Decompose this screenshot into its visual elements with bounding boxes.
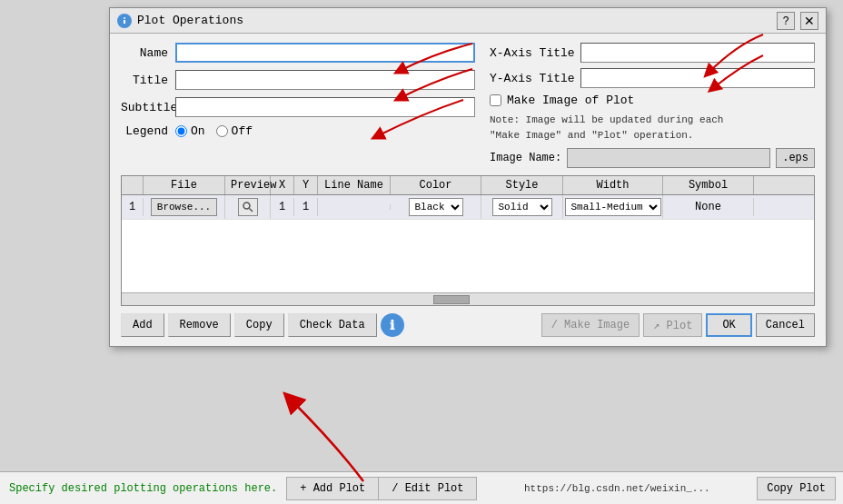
cell-linename xyxy=(318,204,391,210)
search-icon xyxy=(242,201,254,213)
bottom-action-buttons: + Add Plot / Edit Plot xyxy=(286,477,477,500)
col-header-file: File xyxy=(144,176,225,194)
x-axis-row: X-Axis Title xyxy=(490,43,815,63)
close-button[interactable]: ✕ xyxy=(800,12,818,30)
name-label: Name xyxy=(121,46,175,60)
x-axis-input[interactable] xyxy=(580,43,815,63)
col-header-preview: Preview xyxy=(225,176,271,194)
dialog-icon xyxy=(117,14,132,28)
width-select[interactable]: Small-Medium Small Medium Large xyxy=(565,198,661,216)
col-header-color: Color xyxy=(391,176,481,194)
legend-label: Legend xyxy=(121,124,175,138)
cell-style: Solid Dashed Dotted xyxy=(481,195,563,219)
make-image-checkbox[interactable] xyxy=(490,94,501,106)
svg-rect-2 xyxy=(124,20,125,24)
eps-button[interactable]: .eps xyxy=(776,148,815,168)
make-image-button[interactable]: / Make Image xyxy=(541,313,640,337)
table-empty-space xyxy=(122,220,814,292)
subtitle-row: Subtitle xyxy=(121,97,475,117)
copy-plot-button[interactable]: Copy Plot xyxy=(757,477,836,500)
make-image-label: Make Image of Plot xyxy=(507,94,634,107)
y-axis-row: Y-Axis Title xyxy=(490,68,815,88)
col-header-y: Y xyxy=(294,176,318,194)
style-select[interactable]: Solid Dashed Dotted xyxy=(492,198,552,216)
legend-off-radio[interactable] xyxy=(216,125,228,137)
y-axis-input[interactable] xyxy=(580,68,815,88)
app-background: Plot Operations ? ✕ Name Title xyxy=(0,0,843,504)
add-plot-button[interactable]: + Add Plot xyxy=(286,477,378,500)
plot-button[interactable]: ↗ Plot xyxy=(643,313,702,337)
right-form: X-Axis Title Y-Axis Title Make Image of … xyxy=(490,43,815,168)
image-name-row: Image Name: .eps xyxy=(490,148,815,168)
table-row: 1 Browse... 1 xyxy=(122,195,814,220)
title-row: Title xyxy=(121,70,475,90)
cell-y: 1 xyxy=(294,198,318,216)
left-form: Name Title Subtitle Legend xyxy=(121,43,475,168)
image-name-input[interactable] xyxy=(567,148,770,168)
dialog-body: Name Title Subtitle Legend xyxy=(110,34,826,346)
col-header-symbol: Symbol xyxy=(663,176,754,194)
legend-row: Legend On Off xyxy=(121,124,475,138)
svg-line-4 xyxy=(249,209,253,212)
browse-button[interactable]: Browse... xyxy=(151,198,217,216)
title-label: Title xyxy=(121,74,175,87)
edit-plot-button[interactable]: / Edit Plot xyxy=(378,477,477,500)
cell-symbol: None xyxy=(663,198,754,216)
legend-radio-group: On Off xyxy=(175,124,253,138)
cell-x: 1 xyxy=(271,198,294,216)
plot-operations-dialog: Plot Operations ? ✕ Name Title xyxy=(109,7,827,347)
col-header-linename: Line Name xyxy=(318,176,391,194)
make-image-row: Make Image of Plot xyxy=(490,94,815,107)
cell-num: 1 xyxy=(122,198,144,216)
cell-preview xyxy=(225,195,271,219)
legend-off-label: Off xyxy=(232,124,253,138)
legend-off-option[interactable]: Off xyxy=(216,124,253,138)
col-header-style: Style xyxy=(481,176,563,194)
legend-on-option[interactable]: On xyxy=(175,124,205,138)
y-axis-label: Y-Axis Title xyxy=(490,72,580,85)
data-table: File Preview X Y Line Name Color Style W… xyxy=(121,175,815,306)
preview-button[interactable] xyxy=(238,198,258,216)
subtitle-input[interactable] xyxy=(175,97,475,117)
note-text: Note: Image will be updated during each"… xyxy=(490,113,815,143)
col-header-width: Width xyxy=(563,176,663,194)
url-text: https://blg.csdn.net/weixin_... xyxy=(477,483,757,494)
add-button[interactable]: Add xyxy=(121,313,164,337)
name-input[interactable] xyxy=(175,43,475,63)
image-name-label: Image Name: xyxy=(490,152,561,164)
legend-on-label: On xyxy=(191,124,205,138)
subtitle-label: Subtitle xyxy=(121,101,175,114)
cancel-button[interactable]: Cancel xyxy=(756,313,815,337)
scrollbar-thumb[interactable] xyxy=(433,295,470,304)
name-row: Name xyxy=(121,43,475,63)
table-body: 1 Browse... 1 xyxy=(122,195,814,292)
help-button[interactable]: ? xyxy=(777,12,795,30)
col-header-x: X xyxy=(271,176,294,194)
cell-color: Black Red Blue Green xyxy=(391,195,481,219)
svg-point-3 xyxy=(243,203,250,209)
status-text: Specify desired plotting operations here… xyxy=(0,482,277,495)
cell-file: Browse... xyxy=(144,195,225,219)
x-axis-label: X-Axis Title xyxy=(490,46,580,60)
dialog-titlebar: Plot Operations ? ✕ xyxy=(110,8,826,34)
action-buttons: Add Remove Copy Check Data ℹ / Make Imag… xyxy=(121,313,815,337)
ok-button[interactable]: OK xyxy=(706,313,751,337)
svg-point-1 xyxy=(124,17,125,19)
remove-button[interactable]: Remove xyxy=(168,313,231,337)
bottom-bar: Specify desired plotting operations here… xyxy=(0,471,843,504)
legend-on-radio[interactable] xyxy=(175,125,187,137)
color-select[interactable]: Black Red Blue Green xyxy=(409,198,463,216)
top-section: Name Title Subtitle Legend xyxy=(121,43,815,168)
cell-width: Small-Medium Small Medium Large xyxy=(563,195,663,219)
table-header: File Preview X Y Line Name Color Style W… xyxy=(122,176,814,195)
dialog-title: Plot Operations xyxy=(137,14,771,27)
copy-button[interactable]: Copy xyxy=(234,313,284,337)
table-scrollbar[interactable] xyxy=(122,292,814,305)
check-data-button[interactable]: Check Data xyxy=(288,313,377,337)
info-button[interactable]: ℹ xyxy=(381,313,404,337)
col-header-num xyxy=(122,176,144,194)
title-input[interactable] xyxy=(175,70,475,90)
